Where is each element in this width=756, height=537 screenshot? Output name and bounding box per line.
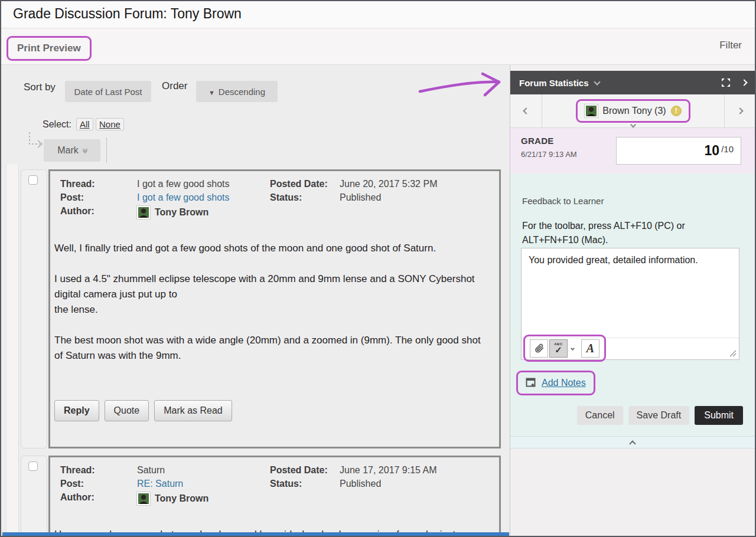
panel-collapse-strip[interactable] [510, 436, 755, 448]
dashed-arrow-icon [24, 131, 47, 152]
post-row: Thread: Saturn Posted Date: June 17, 201… [21, 456, 501, 536]
order-label: Order [162, 80, 187, 92]
select-label: Select: [43, 119, 71, 130]
filter-button[interactable]: Filter [719, 40, 742, 51]
status-value: Published [340, 192, 485, 203]
avatar [137, 206, 150, 219]
post-checkbox[interactable] [28, 175, 38, 185]
post-paragraph: Well, I finally tried and got a few good… [54, 241, 491, 256]
descending-arrow-icon: ▼ [208, 89, 215, 96]
collapse-panel-icon[interactable] [741, 79, 747, 86]
select-none-link[interactable]: None [96, 118, 124, 130]
grade-discussion-page: Grade Discussion Forum: Tony Brown Print… [0, 0, 756, 537]
post-gutter [21, 169, 47, 448]
add-notes-link[interactable]: Add Notes [542, 378, 586, 388]
post-actions: Reply Quote Mark as Read [54, 400, 232, 421]
mark-as-read-button[interactable]: Mark as Read [154, 400, 232, 421]
thread-label: Thread: [60, 465, 137, 476]
status-value: Published [340, 479, 485, 489]
bottom-blue-strip [2, 532, 509, 536]
select-all-link[interactable]: All [76, 118, 93, 130]
student-name: Brown Tony (3) [602, 106, 666, 116]
annotation-arrow-icon [416, 71, 510, 100]
font-a-icon: A [586, 342, 594, 355]
grade-score: 10 [705, 143, 720, 159]
reply-button[interactable]: Reply [54, 400, 99, 421]
expand-icon[interactable] [721, 77, 731, 88]
editor-footer: ABC✓ A [522, 338, 739, 359]
add-notes-highlight: Add Notes [516, 371, 595, 395]
student-selector[interactable]: Brown Tony (3) ! [576, 99, 690, 123]
mark-dropdown-button[interactable]: Mark [44, 139, 100, 162]
double-chevron-down-icon [83, 148, 87, 151]
feedback-label: Feedback to Learner [522, 196, 604, 206]
page-title: Grade Discussion Forum: Tony Brown [13, 6, 242, 22]
post-gutter [21, 456, 47, 536]
previous-student-button[interactable] [510, 94, 542, 127]
status-label: Status: [270, 479, 340, 489]
feedback-editor: You provided great, detailed information… [521, 248, 739, 360]
posted-date-value: June 17, 2017 9:15 AM [340, 465, 485, 476]
warning-icon: ! [671, 106, 682, 116]
grade-out-of: /10 [721, 144, 734, 154]
post-title-link[interactable]: RE: Saturn [137, 479, 270, 489]
avatar [585, 104, 598, 117]
panel-title[interactable]: Forum Statistics [519, 78, 589, 88]
panel-header: Forum Statistics [510, 71, 755, 94]
post-paragraph: I used a 4.5" zhummell eclipse telescope… [54, 271, 491, 317]
post-checkbox[interactable] [28, 461, 38, 471]
author-label: Author: [60, 492, 137, 505]
posted-date-value: June 20, 2017 5:32 PM [340, 179, 485, 189]
resize-handle-icon[interactable] [728, 349, 737, 358]
thread-value: I got a few good shots [137, 179, 270, 189]
post-paragraph: The best moon shot was with a wide angle… [54, 333, 491, 364]
order-dropdown[interactable]: ▼Descending [196, 81, 278, 102]
save-draft-button[interactable]: Save Draft [628, 406, 690, 425]
student-carousel: Brown Tony (3) ! [510, 94, 755, 128]
post-card: Thread: Saturn Posted Date: June 17, 201… [48, 456, 501, 536]
print-preview-highlight: Print Preview [6, 36, 92, 61]
chevron-down-icon [594, 78, 600, 85]
next-student-button[interactable] [724, 94, 755, 127]
left-rail [6, 164, 19, 536]
title-bar: Grade Discussion Forum: Tony Brown [1, 1, 755, 28]
post-header: Thread: I got a few good shots Posted Da… [60, 179, 485, 219]
action-bar: Print Preview Filter [1, 29, 755, 65]
cancel-button[interactable]: Cancel [577, 406, 623, 425]
sort-by-label: Sort by [24, 81, 56, 93]
post-body: Well, I finally tried and got a few good… [54, 241, 491, 379]
post-row: Thread: I got a few good shots Posted Da… [21, 169, 501, 448]
post-card: Thread: I got a few good shots Posted Da… [48, 169, 501, 448]
avatar [137, 492, 150, 505]
carousel-center: Brown Tony (3) ! [542, 94, 724, 127]
quote-button[interactable]: Quote [105, 400, 149, 421]
grade-date: 6/21/17 9:13 AM [521, 150, 577, 159]
post-header: Thread: Saturn Posted Date: June 17, 201… [60, 465, 485, 505]
print-preview-button[interactable]: Print Preview [17, 42, 81, 54]
posts-main-area: Sort by Date of Last Post Order ▼Descend… [1, 65, 510, 536]
grade-input[interactable]: 10 /10 [616, 137, 741, 165]
sort-by-dropdown[interactable]: Date of Last Post [65, 81, 151, 102]
status-label: Status: [270, 192, 340, 203]
author-cell: Tony Brown [137, 492, 270, 505]
attach-file-button[interactable] [530, 339, 548, 358]
text-style-button[interactable]: A [581, 339, 599, 358]
feedback-buttons: Cancel Save Draft Submit [577, 406, 743, 425]
chevron-up-icon [629, 440, 636, 447]
toolbar-help-text: For the toolbar, press ALT+F10 (PC) or A… [522, 219, 717, 247]
post-label: Post: [60, 479, 137, 489]
dotted-separator [106, 138, 107, 163]
feedback-textarea[interactable]: You provided great, detailed information… [522, 248, 739, 339]
spellcheck-dropdown[interactable] [569, 339, 576, 358]
post-title-link[interactable]: I got a few good shots [137, 192, 270, 203]
editor-toolbar-highlight: ABC✓ A [523, 335, 606, 362]
spellcheck-button[interactable]: ABC✓ [549, 339, 568, 358]
grade-label: GRADE [521, 136, 554, 146]
chevron-down-icon[interactable] [630, 122, 636, 128]
thread-value: Saturn [137, 465, 270, 476]
forum-statistics-panel: Forum Statistics Brown Tony (3) ! [510, 65, 755, 536]
notes-icon [526, 378, 536, 388]
author-label: Author: [60, 206, 137, 219]
submit-button[interactable]: Submit [695, 406, 743, 425]
spellcheck-icon: ABC✓ [554, 342, 563, 354]
